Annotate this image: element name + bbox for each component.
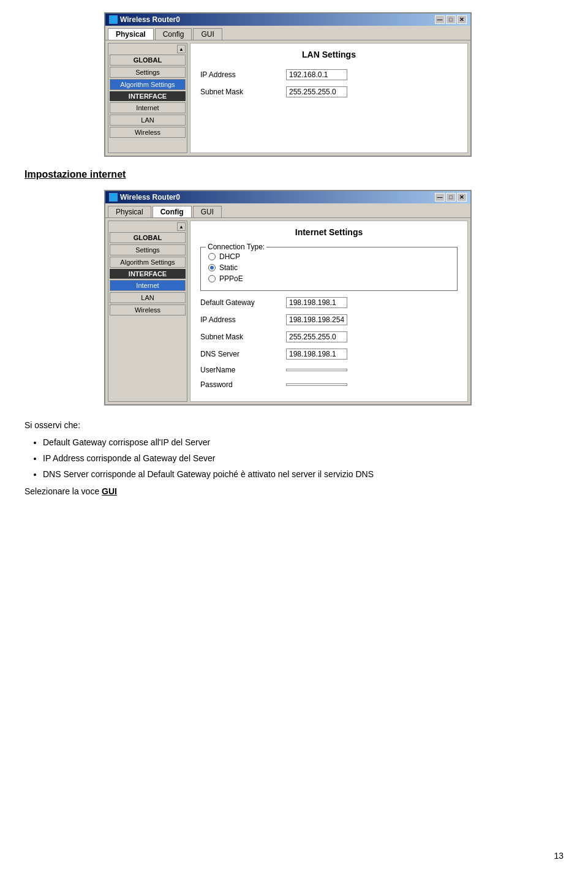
tab-gui-1[interactable]: GUI [193,28,222,40]
connection-type-group: Connection Type: DHCP Static PPPoE [200,247,458,291]
bullet-item-1: IP Address corrisponde al Gateway del Se… [43,453,564,463]
window2-tabs: Physical Config GUI [105,203,470,218]
window2-titlebar: 🌐 Wireless Router0 — □ ✕ [105,191,470,203]
window1-label-1: Subnet Mask [200,88,286,96]
minimize-button[interactable]: — [435,15,445,24]
sidebar1-internet[interactable]: Internet [110,102,186,113]
sidebar1-settings[interactable]: Settings [110,67,186,78]
window1-value-0[interactable]: 192.168.0.1 [286,69,347,80]
intro-text: Si osservi che: [24,420,564,430]
sidebar1-interface: INTERFACE [110,91,186,101]
radio-static[interactable]: Static [208,263,450,272]
window2-value-1[interactable]: 198.198.198.254 [286,314,347,325]
window2-label-0: Default Gateway [200,298,286,307]
window2-field-row-3: DNS Server 198.198.198.1 [200,349,458,360]
bullet-item-2: DNS Server corrisponde al Default Gatewa… [43,469,564,479]
window1-value-1[interactable]: 255.255.255.0 [286,86,347,97]
radio-dhcp-label: DHCP [219,252,240,261]
window1-main-content: LAN Settings IP Address 192.168.0.1 Subn… [190,43,468,153]
maximize-button[interactable]: □ [446,15,456,24]
sidebar2-global[interactable]: GLOBAL [110,232,186,243]
window2-titlebar-left: 🌐 Wireless Router0 [109,193,180,202]
sidebar2-internet[interactable]: Internet [110,280,186,291]
radio-dhcp[interactable]: DHCP [208,252,450,261]
window2-value-0[interactable]: 198.198.198.1 [286,297,347,308]
sidebar2-scroll-top: ▲ [110,222,186,231]
sidebar1-lan[interactable]: LAN [110,115,186,126]
window1-controls: — □ ✕ [435,15,467,24]
tab-physical-1[interactable]: Physical [108,28,154,40]
window2-value-4[interactable] [286,369,347,371]
window2-title: Wireless Router0 [120,193,180,202]
window2-main-content: Internet Settings Connection Type: DHCP … [190,221,468,402]
sidebar2-settings[interactable]: Settings [110,244,186,255]
tab-gui-2[interactable]: GUI [193,206,222,217]
tab-config-1[interactable]: Config [155,28,192,40]
window2-sidebar: ▲ GLOBAL Settings Algorithm Settings INT… [108,221,187,402]
window2-label-5: Password [200,380,286,389]
window2-icon: 🌐 [109,193,118,202]
sidebar1-wireless[interactable]: Wireless [110,127,186,138]
window2-label-3: DNS Server [200,350,286,358]
window2-label-1: IP Address [200,315,286,324]
section-title: Impostazione internet [24,169,564,180]
window2-value-5[interactable] [286,383,347,386]
window1-field-row-1: Subnet Mask 255.255.255.0 [200,86,458,97]
radio-pppoe-circle[interactable] [208,275,216,282]
page-number: 13 [554,851,564,861]
window1-titlebar-left: 🌐 Wireless Router0 [109,15,180,24]
window2-controls: — □ ✕ [435,193,467,202]
sidebar2-interface: INTERFACE [110,269,186,279]
radio-static-circle[interactable] [208,264,216,271]
maximize-button-2[interactable]: □ [446,193,456,202]
window1-titlebar: 🌐 Wireless Router0 — □ ✕ [105,13,470,26]
sidebar2-lan[interactable]: LAN [110,292,186,303]
scroll-up-btn-2[interactable]: ▲ [177,222,186,231]
tab-physical-2[interactable]: Physical [108,206,151,217]
window2-field-row-4: UserName [200,366,458,374]
sidebar1-global[interactable]: GLOBAL [110,55,186,66]
minimize-button-2[interactable]: — [435,193,445,202]
radio-pppoe-label: PPPoE [219,274,243,283]
window1-field-row-0: IP Address 192.168.0.1 [200,69,458,80]
window1-sidebar: ▲ GLOBAL Settings Algorithm Settings INT… [108,43,187,153]
window2-body: ▲ GLOBAL Settings Algorithm Settings INT… [105,218,470,404]
window2-field-row-2: Subnet Mask 255.255.255.0 [200,331,458,342]
sidebar2-wireless[interactable]: Wireless [110,304,186,315]
window1: 🌐 Wireless Router0 — □ ✕ Physical Config… [104,12,472,157]
window1-title: Wireless Router0 [120,15,180,24]
connection-type-label: Connection Type: [206,243,266,251]
sidebar1-scroll-top: ▲ [110,45,186,53]
window2-content-title: Internet Settings [200,227,458,237]
window1-content-title: LAN Settings [200,50,458,59]
window1-body: ▲ GLOBAL Settings Algorithm Settings INT… [105,40,470,156]
close-button-2[interactable]: ✕ [457,193,467,202]
window2: 🌐 Wireless Router0 — □ ✕ Physical Config… [104,190,472,406]
window2-field-row-0: Default Gateway 198.198.198.1 [200,297,458,308]
tab-config-2[interactable]: Config [153,206,192,217]
window2-label-2: Subnet Mask [200,333,286,341]
window2-label-4: UserName [200,366,286,374]
close-button[interactable]: ✕ [457,15,467,24]
bullet-item-0: Default Gateway corrispose all'IP del Se… [43,437,564,447]
window1-icon: 🌐 [109,15,118,24]
sidebar1-algorithm[interactable]: Algorithm Settings [110,79,186,90]
window1-tabs: Physical Config GUI [105,26,470,40]
selezionare-text: Selezionare la voce GUI [24,486,564,496]
window1-label-0: IP Address [200,70,286,79]
window2-value-3[interactable]: 198.198.198.1 [286,349,347,360]
gui-label: GUI [102,486,117,496]
window2-field-row-5: Password [200,380,458,389]
selezionare-label: Selezionare la voce [24,486,102,496]
sidebar2-algorithm[interactable]: Algorithm Settings [110,257,186,268]
radio-pppoe[interactable]: PPPoE [208,274,450,283]
radio-dhcp-circle[interactable] [208,253,216,260]
window2-value-2[interactable]: 255.255.255.0 [286,331,347,342]
scroll-up-btn-1[interactable]: ▲ [177,45,186,53]
bullet-list: Default Gateway corrispose all'IP del Se… [43,437,564,479]
radio-static-label: Static [219,263,238,272]
window2-field-row-1: IP Address 198.198.198.254 [200,314,458,325]
